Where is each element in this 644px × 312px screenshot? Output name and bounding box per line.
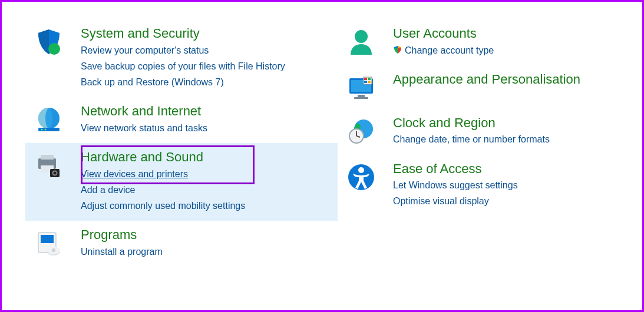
svg-rect-22 [364, 78, 367, 80]
svg-rect-24 [364, 81, 367, 83]
link-date-time-formats[interactable]: Change date, time or number formats [393, 131, 550, 147]
category-clock-region: Clock and Region Change date, time or nu… [338, 109, 630, 155]
category-title[interactable]: Appearance and Personalisation [393, 71, 580, 88]
link-optimise-display[interactable]: Optimise visual display [393, 193, 489, 209]
category-hardware-sound: Hardware and Sound View devices and prin… [25, 143, 338, 221]
uac-shield-icon [393, 45, 402, 55]
category-system-security: System and Security Review your computer… [25, 19, 338, 97]
programs-icon [31, 227, 67, 257]
control-panel-categories: System and Security Review your computer… [2, 2, 642, 310]
svg-point-15 [52, 248, 55, 252]
category-title[interactable]: User Accounts [393, 25, 494, 42]
svg-rect-25 [368, 81, 371, 83]
right-column: User Accounts Change account type Appear… [338, 19, 630, 298]
svg-point-0 [48, 43, 60, 55]
monitor-icon [344, 71, 379, 102]
globe-network-icon [31, 103, 67, 134]
category-programs: Programs Uninstall a program [25, 221, 338, 267]
user-icon [344, 25, 379, 56]
category-ease-of-access: Ease of Access Let Windows suggest setti… [338, 155, 630, 217]
svg-point-31 [358, 167, 364, 173]
link-backup-restore[interactable]: Back up and Restore (Windows 7) [81, 74, 224, 90]
svg-point-10 [54, 171, 57, 174]
accessibility-icon [344, 161, 379, 191]
left-column: System and Security Review your computer… [25, 19, 338, 298]
link-mobility-settings[interactable]: Adjust commonly used mobility settings [81, 198, 245, 214]
svg-rect-23 [368, 78, 371, 80]
svg-rect-6 [41, 155, 54, 160]
category-title[interactable]: System and Security [81, 25, 285, 42]
link-network-status[interactable]: View network status and tasks [81, 120, 207, 136]
category-title[interactable]: Programs [81, 227, 163, 244]
link-devices-printers[interactable]: View devices and printers [81, 166, 188, 182]
link-uninstall-program[interactable]: Uninstall a program [81, 244, 163, 260]
svg-rect-20 [354, 97, 368, 99]
shield-icon [31, 25, 67, 56]
category-network-internet: Network and Internet View network status… [25, 97, 338, 143]
category-user-accounts: User Accounts Change account type [338, 19, 630, 65]
link-file-history[interactable]: Save backup copies of your files with Fi… [81, 58, 285, 74]
clock-globe-icon [344, 115, 379, 145]
link-review-status[interactable]: Review your computer's status [81, 42, 209, 58]
category-title[interactable]: Clock and Region [393, 115, 550, 132]
svg-point-4 [45, 129, 47, 131]
svg-point-3 [41, 129, 43, 131]
category-appearance: Appearance and Personalisation [338, 65, 630, 109]
category-title[interactable]: Ease of Access [393, 161, 518, 178]
link-suggest-settings[interactable]: Let Windows suggest settings [393, 177, 518, 193]
link-add-device[interactable]: Add a device [81, 182, 136, 198]
svg-rect-19 [358, 95, 365, 97]
category-title[interactable]: Hardware and Sound [81, 149, 245, 166]
printer-camera-icon [31, 149, 67, 180]
svg-point-16 [355, 30, 368, 43]
link-change-account-type[interactable]: Change account type [405, 42, 494, 58]
svg-rect-12 [41, 235, 54, 243]
category-title[interactable]: Network and Internet [81, 103, 207, 120]
